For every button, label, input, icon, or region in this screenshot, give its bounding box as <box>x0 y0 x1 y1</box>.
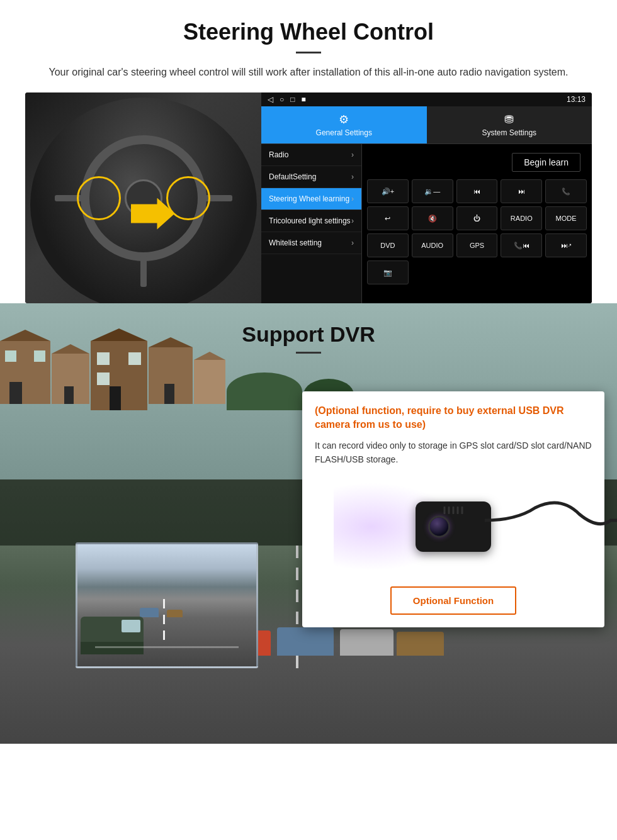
mute-icon: 🔇 <box>428 215 437 223</box>
chevron-icon: › <box>351 238 354 247</box>
begin-learn-row: Begin learn <box>367 149 587 176</box>
android-menu: Radio › DefaultSetting › Steering Wheel … <box>261 144 362 303</box>
ctrl-audio[interactable]: AUDIO <box>412 233 453 257</box>
nav-icons: ◁ ○ □ ■ <box>268 95 306 104</box>
dvr-camera-illustration <box>315 476 592 577</box>
ctrl-dvd[interactable]: DVD <box>367 233 409 257</box>
dvr-section: Support DVR <box>0 303 617 744</box>
direction-arrow <box>131 198 181 236</box>
tab-system-label: System Settings <box>482 128 536 137</box>
dvr-title: Support DVR <box>0 322 617 347</box>
steering-photo <box>25 92 261 303</box>
tab-general-label: General Settings <box>316 128 372 137</box>
dvr-description: It can record video only to storage in G… <box>315 439 592 467</box>
audio-label: AUDIO <box>421 242 443 249</box>
phone-next-icon: ⏭↗ <box>561 242 572 249</box>
title-divider <box>296 52 321 53</box>
steering-section: Steering Wheel Control Your original car… <box>0 0 617 303</box>
steering-subtitle: Your original car's steering wheel contr… <box>38 65 579 80</box>
chevron-icon: › <box>351 172 354 181</box>
dvr-screenshot <box>76 542 258 668</box>
chevron-icon: › <box>351 216 354 225</box>
ctrl-gps[interactable]: GPS <box>456 233 498 257</box>
chevron-icon: › <box>351 150 354 159</box>
ctrl-radio[interactable]: RADIO <box>501 206 542 230</box>
android-panel: ◁ ○ □ ■ 13:13 ⚙ General Settings ⛃ Syste… <box>261 92 592 303</box>
dvr-info-box: (Optional function, require to buy exter… <box>302 391 604 627</box>
camera-cable-svg <box>485 495 617 558</box>
ctrl-power[interactable]: ⏻ <box>456 206 498 230</box>
menu-item-whitelist[interactable]: Whitelist setting › <box>261 232 361 254</box>
control-button-grid: 🔊+ 🔉— ⏮ ⏭ 📞 <box>367 179 587 284</box>
menu-item-radio[interactable]: Radio › <box>261 144 361 166</box>
menu-item-steering[interactable]: Steering Wheel learning › <box>261 188 361 210</box>
radio-label: RADIO <box>511 215 533 222</box>
camera-lens <box>428 515 450 537</box>
ctrl-mode[interactable]: MODE <box>545 206 587 230</box>
mode-label: MODE <box>556 215 577 222</box>
ctrl-vol-down[interactable]: 🔉— <box>412 179 453 203</box>
next-icon: ⏭ <box>518 188 525 195</box>
android-statusbar: ◁ ○ □ ■ 13:13 <box>261 92 592 106</box>
spoke-bottom <box>140 255 147 287</box>
arrow-shape <box>131 198 175 230</box>
android-content: Radio › DefaultSetting › Steering Wheel … <box>261 144 592 303</box>
menu-white-label: Whitelist setting <box>269 238 322 247</box>
phone-icon: 📞 <box>562 188 570 196</box>
ctrl-vol-up[interactable]: 🔊+ <box>367 179 409 203</box>
vol-up-icon: 🔊+ <box>382 188 394 196</box>
ctrl-phone-prev[interactable]: 📞⏮ <box>501 233 542 257</box>
dvd-label: DVD <box>380 242 395 249</box>
dvr-optional-title: (Optional function, require to buy exter… <box>315 404 592 432</box>
android-buttons-panel: Begin learn 🔊+ 🔉— ⏮ <box>362 144 592 303</box>
power-icon: ⏻ <box>473 215 480 222</box>
begin-learn-button[interactable]: Begin learn <box>512 153 580 172</box>
vol-down-icon: 🔉— <box>424 188 440 196</box>
camera-body <box>416 501 491 552</box>
chevron-icon: › <box>351 194 354 203</box>
ctrl-mute[interactable]: 🔇 <box>412 206 453 230</box>
menu-item-default[interactable]: DefaultSetting › <box>261 166 361 188</box>
menu-default-label: DefaultSetting <box>269 172 316 181</box>
menu-tri-label: Tricoloured light settings <box>269 216 351 225</box>
prev-icon: ⏮ <box>473 188 480 195</box>
ctrl-phone[interactable]: 📞 <box>545 179 587 203</box>
gps-label: GPS <box>470 242 484 249</box>
menu-radio-label: Radio <box>269 150 288 159</box>
ctrl-next[interactable]: ⏭ <box>501 179 542 203</box>
tab-general-settings[interactable]: ⚙ General Settings <box>261 106 427 143</box>
ctrl-back[interactable]: ↩ <box>367 206 409 230</box>
back-icon: ↩ <box>385 215 390 223</box>
menu-item-tricoloured[interactable]: Tricoloured light settings › <box>261 210 361 232</box>
status-time: 13:13 <box>567 95 586 104</box>
dvr-title-area: Support DVR <box>0 303 617 363</box>
dashcam-view <box>77 544 256 666</box>
dvr-background: Support DVR <box>0 303 617 744</box>
highlight-circle-left <box>77 176 121 220</box>
ctrl-camera[interactable]: 📷 <box>367 260 409 284</box>
system-icon: ⛃ <box>504 113 514 126</box>
steering-title: Steering Wheel Control <box>25 19 592 45</box>
ctrl-prev[interactable]: ⏮ <box>456 179 498 203</box>
steering-demo: ◁ ○ □ ■ 13:13 ⚙ General Settings ⛃ Syste… <box>25 92 592 303</box>
dvr-divider <box>296 352 321 354</box>
optional-function-button[interactable]: Optional Function <box>390 586 516 615</box>
phone-prev-icon: 📞⏮ <box>514 242 529 250</box>
ctrl-phone-next[interactable]: ⏭↗ <box>545 233 587 257</box>
menu-steering-label: Steering Wheel learning <box>269 194 349 203</box>
gear-icon: ⚙ <box>339 113 349 126</box>
tab-system-settings[interactable]: ⛃ System Settings <box>427 106 592 143</box>
camera-icon: 📷 <box>383 269 392 277</box>
android-tabs: ⚙ General Settings ⛃ System Settings <box>261 106 592 144</box>
